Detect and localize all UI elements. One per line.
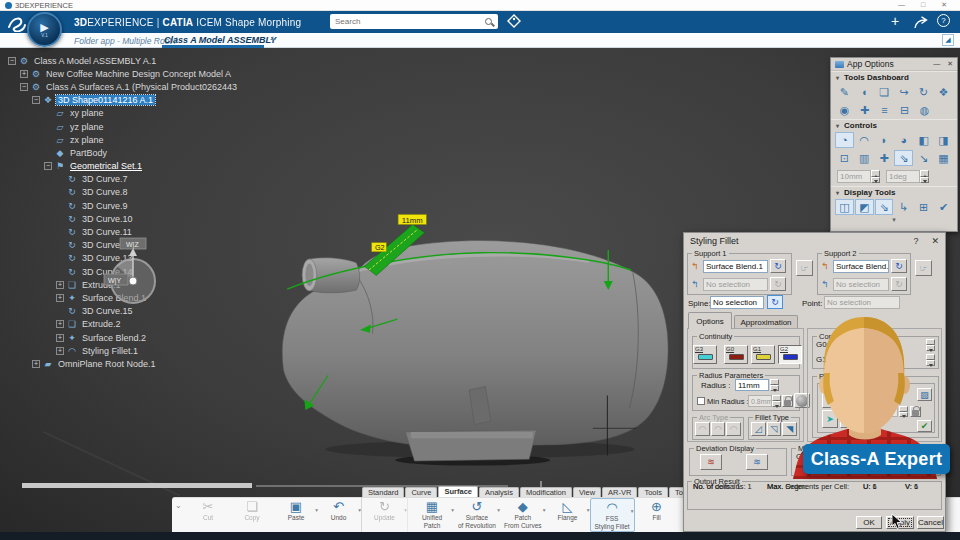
robot-center-dot[interactable] bbox=[129, 277, 137, 285]
tree-expander-icon[interactable] bbox=[56, 228, 64, 236]
support1-field[interactable]: Surface Blend.1 bbox=[703, 260, 768, 273]
section-tab-modification[interactable]: Modification bbox=[520, 487, 572, 497]
tool-dropdown-icon[interactable]: ▾ bbox=[358, 507, 361, 513]
tree-expander-icon[interactable]: + bbox=[56, 320, 64, 328]
point-field[interactable]: No selection bbox=[824, 296, 900, 309]
copy-button[interactable]: ❏ ▾ Copy bbox=[230, 498, 274, 532]
min-radius-lock-button[interactable] bbox=[782, 395, 793, 407]
support1-picker-button[interactable]: ↻ bbox=[770, 259, 786, 273]
step-distance-stepper[interactable] bbox=[871, 170, 880, 183]
structure-links-icon[interactable]: ⊟ bbox=[895, 102, 914, 118]
transform-icon[interactable]: ↪ bbox=[894, 84, 913, 100]
cut-button[interactable]: ✂ ▾ Cut bbox=[186, 498, 230, 532]
fillet-type-untrim-icon[interactable]: ◹ bbox=[767, 422, 782, 436]
compass-play-icon[interactable]: ▶ bbox=[40, 22, 48, 33]
tree-item-3d-curve-10[interactable]: ↻ 3D Curve.10 bbox=[4, 212, 304, 225]
control-net-icon[interactable]: ▦ bbox=[934, 150, 953, 166]
tree-item-partbody[interactable]: ◆ PartBody bbox=[4, 146, 304, 159]
step-angle-field[interactable]: 1deg bbox=[886, 170, 920, 183]
support2-face-select-button[interactable]: ☞ bbox=[915, 260, 932, 276]
section-controls[interactable]: ▾Controls bbox=[831, 119, 957, 131]
protractor-arc-icon[interactable]: ◠ bbox=[855, 132, 874, 148]
tree-item-geometrical-set[interactable]: − ⚑ Geometrical Set.1 bbox=[4, 160, 304, 173]
symmetry-sync-icon[interactable]: ↻ bbox=[914, 84, 933, 100]
step-distance-field[interactable]: 10mm bbox=[837, 170, 871, 183]
section-tab-view[interactable]: View bbox=[573, 487, 601, 497]
diagonal-arrow-icon[interactable]: ↘ bbox=[914, 150, 933, 166]
mesh-surface-icon[interactable]: ❖ bbox=[934, 84, 953, 100]
surface-display-icon[interactable]: ◫ bbox=[835, 199, 854, 215]
tree-item-label[interactable]: yz plane bbox=[68, 122, 106, 132]
deviation-display-curve-icon[interactable]: ≋ bbox=[746, 454, 768, 470]
min-radius-field[interactable]: 0.8mm bbox=[748, 395, 772, 407]
protractor-quarter-icon[interactable]: ◕ bbox=[894, 132, 913, 148]
tree-item-extrude-2[interactable]: + ❏ Extrude.2 bbox=[4, 318, 304, 331]
radius-stepper[interactable] bbox=[770, 379, 779, 391]
full-screen-icon[interactable]: ◢ bbox=[942, 34, 954, 46]
min-radius-checkbox[interactable] bbox=[697, 397, 705, 405]
tree-expander-icon[interactable]: + bbox=[56, 281, 64, 289]
fillet-type-trim-icon[interactable]: ◿ bbox=[751, 422, 766, 436]
diagonal-manipulator-icon[interactable]: ⇘ bbox=[894, 150, 913, 166]
tree-expander-icon[interactable]: − bbox=[32, 96, 40, 104]
spine-field[interactable]: No selection bbox=[710, 296, 764, 309]
tree-expander-icon[interactable] bbox=[44, 109, 52, 117]
new-tab-button[interactable]: + bbox=[270, 34, 276, 45]
fill-button[interactable]: ⊕ ▾ Fill bbox=[635, 498, 679, 532]
tree-item-surface-blend-2[interactable]: + ✦ Surface Blend.2 bbox=[4, 331, 304, 344]
dialog-close-button[interactable]: ✕ bbox=[931, 236, 939, 246]
tree-item-class-a-surfaces[interactable]: − ⚙ Class A Surfaces A.1 (Physical Produ… bbox=[4, 80, 304, 93]
tree-item-new-coffee-machine-model[interactable]: + ⚙ New Coffee Machine Design Concept Mo… bbox=[4, 67, 304, 80]
ok-button[interactable]: OK bbox=[856, 516, 882, 529]
section-tab-ar-vr[interactable]: AR-VR bbox=[602, 487, 637, 497]
tag-icon[interactable] bbox=[506, 14, 522, 29]
tree-item-3d-curve-9[interactable]: ↻ 3D Curve.9 bbox=[4, 199, 304, 212]
tree-expander-icon[interactable]: + bbox=[56, 294, 64, 302]
tree-expander-icon[interactable]: + bbox=[32, 360, 40, 368]
deviation-display-surface-icon[interactable]: ≋ bbox=[700, 454, 722, 470]
tree-item-label[interactable]: 3D Curve.9 bbox=[80, 201, 130, 211]
dialog-help-button[interactable]: ? bbox=[913, 236, 918, 246]
tool-dropdown-icon[interactable]: ▾ bbox=[404, 507, 407, 513]
panel-close-button[interactable]: ✕ bbox=[947, 60, 953, 68]
tree-expander-icon[interactable] bbox=[56, 241, 64, 249]
surface-of-revolution-button[interactable]: ↺ ▾ Surface of Revolution bbox=[454, 498, 500, 532]
protractor-full-icon[interactable]: ◔ bbox=[835, 132, 854, 148]
continuity-g0-button[interactable]: G0 bbox=[724, 345, 748, 364]
cancel-button[interactable]: Cancel bbox=[917, 516, 944, 529]
tree-item-label[interactable]: Class A Model ASSEMBLY A.1 bbox=[32, 56, 158, 66]
tree-item-xy-plane[interactable]: ▱ xy plane bbox=[4, 107, 304, 120]
support2-field2[interactable]: No selection bbox=[833, 278, 889, 291]
tree-item-label[interactable]: OmniPlane Root Node.1 bbox=[56, 359, 158, 369]
tree-item-zx-plane[interactable]: ▱ zx plane bbox=[4, 133, 304, 146]
support1-field2[interactable]: No selection bbox=[703, 278, 768, 291]
arrow-display-icon[interactable]: ↳ bbox=[894, 199, 913, 215]
fss-styling-fillet-button[interactable]: ◠ ▾ FSS Styling Fillet bbox=[590, 498, 635, 532]
dome-control-icon[interactable]: ◍ bbox=[915, 102, 934, 118]
plane-box-right-icon[interactable]: ◨ bbox=[934, 132, 953, 148]
app-options-title-bar[interactable]: App Options — ✕ bbox=[831, 58, 957, 71]
update-button[interactable]: ↻ ▾ Update bbox=[364, 498, 408, 532]
tree-item-3d-curve-8[interactable]: ↻ 3D Curve.8 bbox=[4, 186, 304, 199]
step-angle-stepper[interactable] bbox=[920, 170, 929, 183]
support2-picker-button[interactable]: ↻ bbox=[891, 259, 907, 273]
dialog-title-bar[interactable]: Styling Fillet ? ✕ bbox=[684, 233, 945, 249]
min-radius-stepper[interactable] bbox=[772, 395, 781, 407]
tree-expander-icon[interactable] bbox=[56, 254, 64, 262]
tree-item-yz-plane[interactable]: ▱ yz plane bbox=[4, 120, 304, 133]
radius-field[interactable]: 11mm bbox=[735, 379, 769, 391]
tree-expander-icon[interactable]: + bbox=[56, 347, 64, 355]
tree-item-label[interactable]: New Coffee Machine Design Concept Model … bbox=[44, 69, 233, 79]
section-display-tools[interactable]: ▾Display Tools bbox=[831, 186, 957, 198]
add-control-icon[interactable]: ✚ bbox=[875, 150, 894, 166]
tree-item-3d-curve-7[interactable]: ↻ 3D Curve.7 bbox=[4, 173, 304, 186]
patch-copy-icon[interactable]: ❏ bbox=[875, 84, 894, 100]
tree-expander-icon[interactable]: + bbox=[20, 70, 28, 78]
arc-type-1-icon[interactable]: ◠ bbox=[695, 422, 710, 436]
surface-modification-icon[interactable]: ◖ bbox=[855, 84, 874, 100]
share-icon[interactable] bbox=[913, 16, 930, 29]
tree-item-label[interactable]: Surface Blend.2 bbox=[80, 333, 148, 343]
spine-picker-button[interactable]: ↻ bbox=[767, 295, 783, 309]
tree-expander-icon[interactable]: − bbox=[20, 83, 28, 91]
tree-item-label[interactable]: xy plane bbox=[68, 108, 106, 118]
